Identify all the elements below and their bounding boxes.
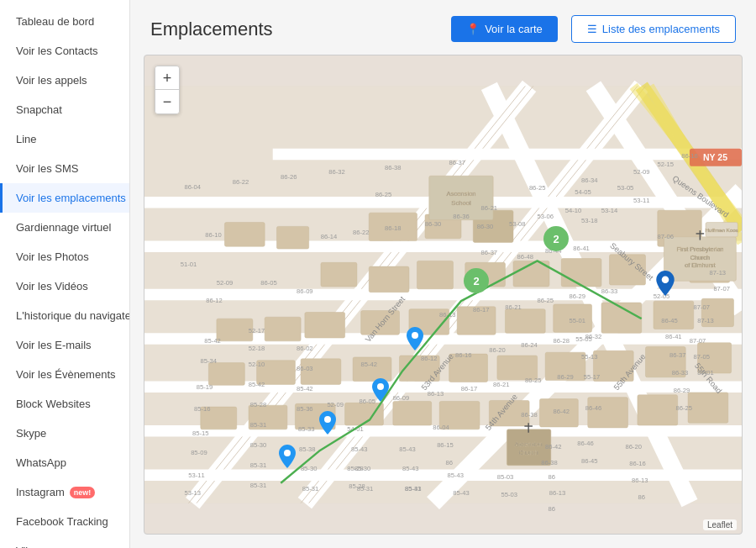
- sidebar-item-label-voir-les-emails: Voir les E-mails: [16, 339, 92, 351]
- main-content: Emplacements 📍 Voir la carte ☰ Liste des…: [130, 0, 756, 548]
- svg-text:85-43: 85-43: [351, 445, 368, 453]
- svg-rect-57: [497, 356, 538, 380]
- svg-text:53-13: 53-13: [185, 489, 202, 497]
- svg-text:86-13: 86-13: [428, 390, 444, 398]
- sidebar-item-voir-les-photos[interactable]: Voir les Photos: [0, 242, 129, 271]
- svg-text:86-30: 86-30: [477, 223, 494, 230]
- zoom-in-button[interactable]: +: [155, 66, 179, 90]
- pin-marker-2[interactable]: [372, 378, 389, 405]
- svg-text:86-42: 86-42: [545, 443, 562, 451]
- sidebar-item-gardiennage-virtuel[interactable]: Gardiennage virtuel: [0, 213, 129, 242]
- svg-rect-33: [417, 261, 453, 288]
- sidebar-item-voir-les-emails[interactable]: Voir les E-mails: [0, 330, 129, 360]
- svg-text:86: 86: [638, 493, 644, 501]
- svg-rect-51: [208, 363, 244, 386]
- sidebar-item-facebook-tracking[interactable]: Facebook Tracking: [0, 507, 129, 536]
- sidebar-item-block-websites[interactable]: Block Websites: [0, 389, 129, 419]
- svg-text:86-22: 86-22: [233, 178, 249, 186]
- svg-text:86-25: 86-25: [537, 297, 554, 304]
- svg-text:86-14: 86-14: [321, 233, 338, 240]
- svg-text:51-01: 51-01: [181, 261, 197, 268]
- sidebar-item-line[interactable]: Line: [0, 124, 129, 154]
- svg-text:55-03: 55-03: [501, 491, 517, 498]
- view-map-button[interactable]: 📍 Voir la carte: [451, 16, 558, 42]
- svg-text:86-16: 86-16: [629, 460, 646, 467]
- svg-rect-71: [638, 395, 678, 425]
- svg-rect-65: [345, 403, 384, 425]
- svg-text:86-09: 86-09: [393, 394, 410, 402]
- svg-text:85-31: 85-31: [250, 461, 267, 469]
- svg-text:85-30: 85-30: [250, 441, 267, 449]
- svg-text:86-25: 86-25: [525, 377, 542, 384]
- svg-text:53-06: 53-06: [537, 213, 554, 220]
- svg-text:85-42: 85-42: [297, 385, 313, 393]
- sidebar-item-instagram[interactable]: Instagramnew!: [0, 477, 129, 507]
- svg-text:86-46: 86-46: [585, 404, 602, 412]
- svg-rect-36: [561, 259, 601, 287]
- sidebar-item-snapchat[interactable]: Snapchat: [0, 95, 129, 124]
- sidebar-item-voir-les-appels[interactable]: Voir les appels: [0, 66, 129, 95]
- pin-marker-1[interactable]: [407, 327, 423, 354]
- svg-text:Huffman Koos: Huffman Koos: [706, 227, 738, 233]
- map-container[interactable]: NY 25 Ascension School: [144, 55, 743, 535]
- svg-text:86-20: 86-20: [625, 443, 642, 451]
- svg-point-229: [377, 383, 384, 390]
- sidebar-item-viber[interactable]: Viber: [0, 536, 129, 548]
- sidebar-item-label-facebook-tracking: Facebook Tracking: [16, 515, 108, 528]
- svg-text:86-12: 86-12: [421, 355, 438, 362]
- svg-text:86-03: 86-03: [297, 365, 313, 372]
- svg-point-228: [412, 332, 418, 339]
- svg-text:86-41: 86-41: [665, 333, 682, 340]
- svg-text:86-09: 86-09: [297, 287, 313, 295]
- pin-marker-4[interactable]: [279, 445, 296, 472]
- svg-text:86-13: 86-13: [632, 477, 648, 484]
- svg-text:86-29: 86-29: [557, 373, 574, 381]
- sidebar-item-label-voir-les-photos: Voir les Photos: [16, 250, 89, 263]
- svg-text:86-45: 86-45: [661, 317, 678, 324]
- svg-rect-49: [654, 301, 694, 329]
- map-svg: NY 25 Ascension School: [144, 55, 742, 534]
- svg-text:86-13: 86-13: [549, 489, 566, 497]
- svg-text:86-34: 86-34: [581, 177, 598, 184]
- sidebar-item-historique-navigateur[interactable]: L'historique du navigateur: [0, 301, 129, 330]
- svg-text:52-09: 52-09: [327, 401, 344, 408]
- svg-text:86-21: 86-21: [481, 204, 498, 212]
- zoom-out-button[interactable]: −: [155, 90, 179, 113]
- sidebar-item-skype[interactable]: Skype: [0, 419, 129, 448]
- svg-text:85-28: 85-28: [250, 401, 267, 408]
- svg-text:52-15: 52-15: [658, 161, 675, 168]
- pin-marker-3[interactable]: [319, 411, 336, 438]
- svg-text:52-17: 52-17: [249, 327, 265, 335]
- sidebar-item-voir-les-videos[interactable]: Voir les Vidéos: [0, 271, 129, 301]
- page-title: Emplacements: [150, 18, 438, 40]
- svg-text:86-29: 86-29: [570, 292, 586, 300]
- svg-text:55-13: 55-13: [581, 353, 598, 361]
- sidebar-item-voir-les-contacts[interactable]: Voir les Contacts: [0, 36, 129, 66]
- sidebar-item-voir-les-evenements[interactable]: Voir les Évènements: [0, 360, 129, 389]
- sidebar-item-label-voir-les-evenements: Voir les Évènements: [16, 368, 116, 381]
- svg-text:86-21: 86-21: [505, 303, 522, 311]
- pin-marker-5[interactable]: [656, 271, 675, 299]
- page-header: Emplacements 📍 Voir la carte ☰ Liste des…: [130, 0, 756, 55]
- view-list-button[interactable]: ☰ Liste des emplacements: [571, 15, 736, 43]
- svg-text:86-46: 86-46: [577, 440, 594, 447]
- svg-text:86-04: 86-04: [185, 183, 202, 191]
- svg-point-231: [284, 450, 291, 456]
- sidebar-item-label-voir-les-appels: Voir les appels: [16, 74, 87, 87]
- svg-text:87-07: 87-07: [690, 337, 706, 345]
- svg-text:86-20: 86-20: [489, 346, 506, 354]
- sidebar-item-whatsapp[interactable]: WhatsApp: [0, 448, 129, 477]
- sidebar-item-label-snapchat: Snapchat: [16, 103, 62, 116]
- svg-text:86-25: 86-25: [529, 184, 546, 192]
- sidebar-item-label-tableau-de-bord: Tableau de bord: [16, 15, 94, 28]
- svg-text:86-38: 86-38: [541, 459, 558, 466]
- sidebar-item-voir-les-emplacements[interactable]: Voir les emplacements: [0, 183, 129, 213]
- svg-text:86-45: 86-45: [581, 457, 598, 465]
- svg-text:54-01: 54-01: [347, 425, 364, 433]
- svg-text:52-18: 52-18: [249, 345, 265, 352]
- sidebar-item-voir-les-sms[interactable]: Voir les SMS: [0, 154, 129, 183]
- sidebar-item-tableau-de-bord[interactable]: Tableau de bord: [0, 7, 129, 36]
- svg-text:86-29: 86-29: [674, 387, 690, 394]
- svg-text:Church: Church: [519, 450, 538, 456]
- svg-text:86-21: 86-21: [493, 381, 510, 388]
